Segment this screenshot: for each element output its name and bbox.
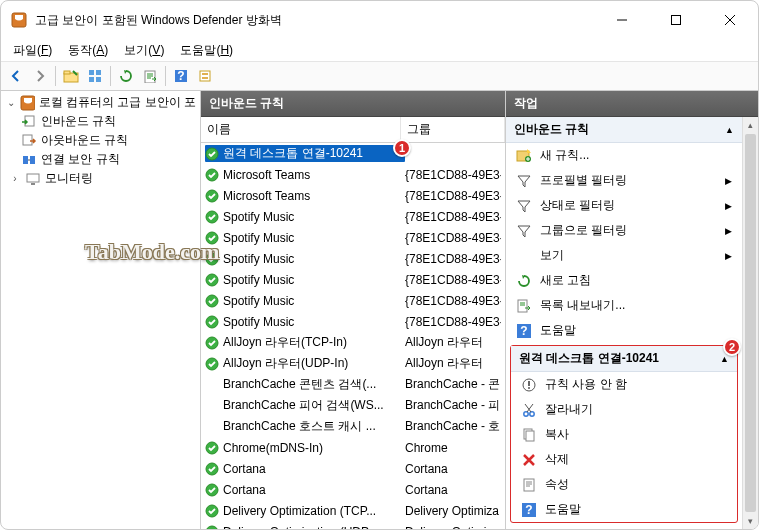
tree-connection-security[interactable]: 연결 보안 규칙 bbox=[3, 150, 198, 169]
expand-icon[interactable]: › bbox=[9, 173, 21, 185]
tree-item-label: 인바운드 규칙 bbox=[41, 113, 116, 130]
actions-section-2[interactable]: 원격 데스크톱 연결-10241 ▲ bbox=[511, 346, 737, 372]
enabled-icon bbox=[205, 231, 219, 245]
blank-icon bbox=[516, 248, 532, 264]
tree-root[interactable]: ⌄ 로컬 컴퓨터의 고급 보안이 포 bbox=[3, 93, 198, 112]
help-button[interactable]: ? bbox=[170, 65, 192, 87]
table-row[interactable]: Spotify Music{78E1CD88-49E3- bbox=[201, 290, 505, 311]
table-row[interactable]: Chrome(mDNS-In)Chrome bbox=[201, 437, 505, 458]
table-row[interactable]: AllJoyn 라우터(TCP-In)AllJoyn 라우터 bbox=[201, 332, 505, 353]
action-copy[interactable]: 복사 bbox=[511, 422, 737, 447]
rule-name: Delivery Optimization (UDP bbox=[223, 525, 369, 530]
collapse-icon[interactable]: ⌄ bbox=[5, 97, 16, 109]
close-button[interactable] bbox=[712, 6, 748, 34]
action-disable[interactable]: 규칙 사용 안 함 bbox=[511, 372, 737, 397]
new-rule-icon bbox=[516, 148, 532, 164]
table-row[interactable]: Delivery Optimization (UDPDelivery Optim… bbox=[201, 521, 505, 529]
svg-rect-14 bbox=[200, 71, 210, 81]
column-group[interactable]: 그룹 bbox=[401, 117, 505, 142]
menu-help[interactable]: 도움말(H) bbox=[174, 40, 239, 61]
table-row[interactable]: AllJoyn 라우터(UDP-In)AllJoyn 라우터 bbox=[201, 353, 505, 374]
toolbar: ? bbox=[1, 61, 758, 91]
table-row[interactable]: BranchCache 피어 검색(WS...BranchCache - 피 bbox=[201, 395, 505, 416]
svg-rect-8 bbox=[96, 70, 101, 75]
tiles-button[interactable] bbox=[84, 65, 106, 87]
rules-list[interactable]: 원격 데스크톱 연결-10241Microsoft Teams{78E1CD88… bbox=[201, 143, 505, 529]
action-label: 속성 bbox=[545, 476, 569, 493]
rule-name: Microsoft Teams bbox=[223, 168, 310, 182]
action-new-rule[interactable]: 새 규칙... bbox=[506, 143, 742, 168]
enabled-icon bbox=[205, 273, 219, 287]
filter-icon bbox=[516, 223, 532, 239]
rule-group: {78E1CD88-49E3- bbox=[405, 315, 501, 329]
back-button[interactable] bbox=[5, 65, 27, 87]
right-pane-title: 작업 bbox=[506, 91, 758, 117]
table-row[interactable]: Spotify Music{78E1CD88-49E3- bbox=[201, 311, 505, 332]
maximize-button[interactable] bbox=[658, 6, 694, 34]
collapse-arrow-icon: ▲ bbox=[725, 125, 734, 135]
action-help[interactable]: ?도움말 bbox=[506, 318, 742, 343]
enabled-icon bbox=[205, 210, 219, 224]
action-refresh[interactable]: 새로 고침 bbox=[506, 268, 742, 293]
action-props[interactable]: 속성 bbox=[511, 472, 737, 497]
action-help[interactable]: ?도움말 bbox=[511, 497, 737, 522]
table-row[interactable]: Delivery Optimization (TCP...Delivery Op… bbox=[201, 500, 505, 521]
action-cut[interactable]: 잘라내기 bbox=[511, 397, 737, 422]
menu-action[interactable]: 동작(A) bbox=[62, 40, 114, 61]
table-row[interactable]: CortanaCortana bbox=[201, 458, 505, 479]
enabled-icon bbox=[205, 168, 219, 182]
table-row[interactable]: Microsoft Teams{78E1CD88-49E3- bbox=[201, 185, 505, 206]
action-filter[interactable]: 상태로 필터링▶ bbox=[506, 193, 742, 218]
table-row[interactable]: Spotify Music{78E1CD88-49E3- bbox=[201, 227, 505, 248]
action-delete[interactable]: 삭제 bbox=[511, 447, 737, 472]
tree-outbound[interactable]: 아웃바운드 규칙 bbox=[3, 131, 198, 150]
action-item[interactable]: 보기▶ bbox=[506, 243, 742, 268]
svg-rect-2 bbox=[672, 16, 681, 25]
tree-inbound[interactable]: 인바운드 규칙 bbox=[3, 112, 198, 131]
app-icon bbox=[11, 12, 27, 28]
table-row[interactable]: Microsoft Teams{78E1CD88-49E3- bbox=[201, 164, 505, 185]
scroll-thumb[interactable] bbox=[745, 134, 756, 512]
table-row[interactable]: Spotify Music{78E1CD88-49E3- bbox=[201, 248, 505, 269]
minimize-button[interactable] bbox=[604, 6, 640, 34]
export-button[interactable] bbox=[139, 65, 161, 87]
submenu-arrow-icon: ▶ bbox=[725, 201, 732, 211]
menu-view[interactable]: 보기(V) bbox=[118, 40, 170, 61]
table-row[interactable]: Spotify Music{78E1CD88-49E3- bbox=[201, 206, 505, 227]
rule-name: Cortana bbox=[223, 483, 266, 497]
table-row[interactable]: 원격 데스크톱 연결-10241 bbox=[201, 143, 505, 164]
table-row[interactable]: BranchCache 호스트 캐시 ...BranchCache - 호: bbox=[201, 416, 505, 437]
table-row[interactable]: BranchCache 콘텐츠 검색(...BranchCache - 콘 bbox=[201, 374, 505, 395]
rule-name: Cortana bbox=[223, 462, 266, 476]
props-icon bbox=[521, 477, 537, 493]
enabled-icon bbox=[205, 357, 219, 371]
action-export[interactable]: 목록 내보내기... bbox=[506, 293, 742, 318]
svg-rect-55 bbox=[524, 479, 534, 491]
menu-file[interactable]: 파일(F) bbox=[7, 40, 58, 61]
filter-icon bbox=[516, 173, 532, 189]
rule-name: Microsoft Teams bbox=[223, 189, 310, 203]
scrollbar[interactable]: ▴ ▾ bbox=[742, 117, 758, 529]
export-icon bbox=[516, 298, 532, 314]
folder-button[interactable] bbox=[60, 65, 82, 87]
refresh-button[interactable] bbox=[115, 65, 137, 87]
tree-monitoring[interactable]: › 모니터링 bbox=[3, 169, 198, 188]
rule-group: Cortana bbox=[405, 483, 501, 497]
svg-rect-23 bbox=[27, 174, 39, 182]
refresh-icon bbox=[516, 273, 532, 289]
column-name[interactable]: 이름 bbox=[201, 117, 401, 142]
action-filter[interactable]: 그룹으로 필터링▶ bbox=[506, 218, 742, 243]
svg-point-51 bbox=[524, 411, 528, 415]
table-row[interactable]: CortanaCortana bbox=[201, 479, 505, 500]
rule-group: {78E1CD88-49E3- bbox=[405, 294, 501, 308]
table-row[interactable]: Spotify Music{78E1CD88-49E3- bbox=[201, 269, 505, 290]
submenu-arrow-icon: ▶ bbox=[725, 226, 732, 236]
rule-name: AllJoyn 라우터(TCP-In) bbox=[223, 334, 347, 351]
forward-button[interactable] bbox=[29, 65, 51, 87]
actions-section-1[interactable]: 인바운드 규칙 ▲ bbox=[506, 117, 742, 143]
scroll-up-button[interactable]: ▴ bbox=[743, 117, 758, 133]
action-filter[interactable]: 프로필별 필터링▶ bbox=[506, 168, 742, 193]
rules-button[interactable] bbox=[194, 65, 216, 87]
scroll-down-button[interactable]: ▾ bbox=[743, 513, 758, 529]
cut-icon bbox=[521, 402, 537, 418]
